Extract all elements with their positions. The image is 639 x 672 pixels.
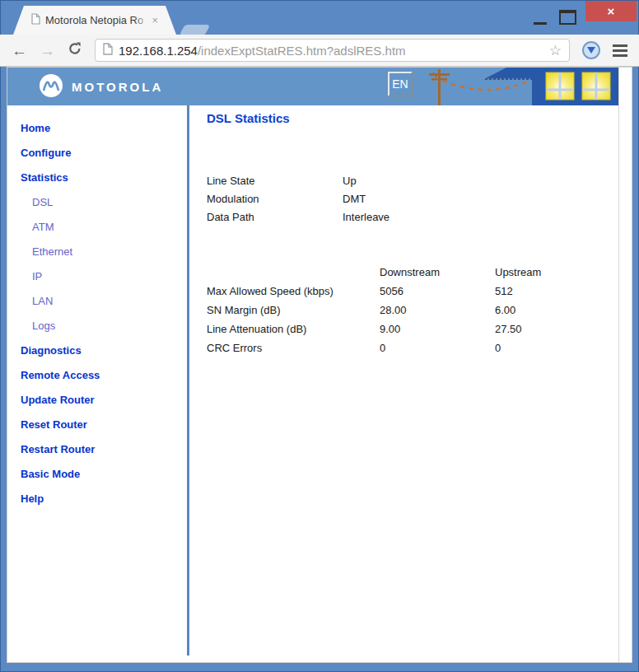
extension-icon[interactable] — [582, 41, 600, 59]
url-domain: 192.168.1.254 — [119, 44, 198, 58]
page-title: DSL Statistics — [207, 111, 619, 125]
table-row: Max Allowed Speed (kbps) 5056 512 — [207, 282, 541, 301]
upstream-value: 512 — [495, 282, 541, 301]
sidebar-item-lan[interactable]: LAN — [7, 289, 187, 314]
status-row: Modulation DMT — [207, 190, 619, 208]
motorola-logo-icon — [40, 74, 63, 97]
status-label: Line State — [207, 172, 343, 190]
table-row: CRC Errors 0 0 — [207, 338, 541, 357]
maximize-button[interactable] — [559, 10, 576, 25]
bookmark-star-icon[interactable]: ☆ — [549, 44, 562, 58]
sidebar-item-dsl[interactable]: DSL — [7, 190, 187, 215]
sidebar-item-logs[interactable]: Logs — [7, 314, 187, 338]
scrollbar-gutter — [618, 68, 632, 662]
status-value: Up — [343, 172, 357, 190]
url-text: 192.168.1.254/indexExptStatRES.htm?adslR… — [119, 44, 406, 58]
row-label: CRC Errors — [207, 338, 380, 357]
sidebar-item-restart-router[interactable]: Restart Router — [7, 437, 187, 462]
page-icon — [103, 43, 113, 58]
sidebar-item-help[interactable]: Help — [7, 487, 187, 511]
address-bar[interactable]: 192.168.1.254/indexExptStatRES.htm?adslR… — [95, 39, 570, 62]
line-status-group: Line State Up Modulation DMT Data Path I… — [207, 172, 619, 226]
dsl-stats-table: Downstream Upstream Max Allowed Speed (k… — [207, 263, 541, 357]
table-row: Line Attenuation (dB) 9.00 27.50 — [207, 320, 541, 338]
sidebar-item-remote-access[interactable]: Remote Access — [7, 363, 187, 388]
minimize-button[interactable] — [534, 22, 547, 25]
status-label: Modulation — [207, 190, 343, 208]
sidebar-item-ethernet[interactable]: Ethernet — [7, 240, 187, 264]
sidebar-item-statistics[interactable]: Statistics — [7, 166, 187, 190]
menu-icon[interactable] — [613, 44, 627, 57]
status-label: Data Path — [207, 208, 343, 226]
column-header-downstream: Downstream — [380, 263, 495, 282]
table-header-row: Downstream Upstream — [207, 263, 541, 282]
sidebar-item-configure[interactable]: Configure — [7, 141, 187, 166]
sidebar-item-basic-mode[interactable]: Basic Mode — [7, 462, 187, 487]
tab-close-icon[interactable]: × — [152, 15, 158, 26]
upstream-value: 0 — [495, 338, 541, 357]
browser-window: Motorola Netopia Ro × × ← → 192.168.1.25… — [0, 0, 639, 672]
upstream-value: 27.50 — [495, 320, 541, 338]
downstream-value: 9.00 — [380, 320, 495, 338]
reload-icon[interactable] — [68, 41, 82, 59]
download-arrow-icon — [587, 47, 595, 54]
sidebar-item-diagnostics[interactable]: Diagnostics — [7, 338, 187, 363]
row-label: Line Attenuation (dB) — [207, 320, 380, 338]
url-path: /indexExptStatRES.htm?adslRES.htm — [198, 44, 406, 58]
status-value: Interleave — [343, 208, 389, 226]
title-bar: Motorola Netopia Ro × × — [0, 0, 639, 35]
lit-window-icon — [546, 72, 574, 100]
column-header-upstream: Upstream — [495, 263, 541, 282]
language-button[interactable]: EN — [388, 72, 413, 96]
sidebar-item-reset-router[interactable]: Reset Router — [7, 413, 187, 437]
sidebar-item-update-router[interactable]: Update Router — [7, 388, 187, 413]
forward-icon[interactable]: → — [40, 43, 55, 58]
sidebar-item-ip[interactable]: IP — [7, 264, 187, 289]
upstream-value: 6.00 — [495, 301, 541, 320]
main-content: DSL Statistics Line State Up Modulation … — [189, 105, 619, 662]
page-icon — [31, 13, 40, 28]
downstream-value: 5056 — [380, 282, 495, 301]
table-row: SN Margin (dB) 28.00 6.00 — [207, 301, 541, 320]
back-icon[interactable]: ← — [12, 43, 27, 58]
close-button[interactable]: × — [585, 1, 637, 21]
downstream-value: 28.00 — [380, 301, 495, 320]
site-body: Home Configure Statistics DSL ATM Ethern… — [7, 105, 619, 662]
row-label: SN Margin (dB) — [207, 301, 380, 320]
status-row: Line State Up — [207, 172, 619, 190]
lit-window-icon — [582, 72, 610, 100]
status-value: DMT — [343, 190, 366, 208]
sidebar-item-atm[interactable]: ATM — [7, 215, 187, 240]
site-header: MOTOROLA EN — [7, 68, 620, 105]
sidebar-item-home[interactable]: Home — [7, 116, 187, 141]
status-row: Data Path Interleave — [207, 208, 619, 226]
downstream-value: 0 — [380, 338, 495, 357]
browser-toolbar: ← → 192.168.1.254/indexExptStatRES.htm?a… — [0, 35, 639, 67]
row-label: Max Allowed Speed (kbps) — [207, 282, 380, 301]
brand-wordmark: MOTOROLA — [72, 80, 163, 94]
sidebar-nav: Home Configure Statistics DSL ATM Ethern… — [7, 105, 187, 662]
tab-title: Motorola Netopia Ro — [45, 14, 148, 26]
browser-tab[interactable]: Motorola Netopia Ro × — [13, 6, 176, 35]
page-viewport: MOTOROLA EN Home Configure Statistics DS… — [7, 67, 632, 663]
